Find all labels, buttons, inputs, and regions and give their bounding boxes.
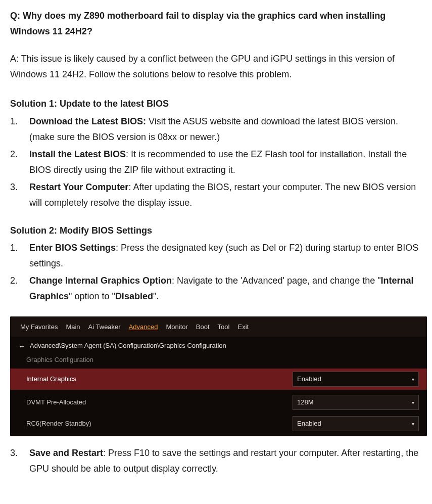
bios-menu-item[interactable]: Ai Tweaker: [88, 322, 121, 333]
bios-row-internal-graphics[interactable]: Internal Graphics Enabled ▾: [10, 369, 427, 390]
chevron-down-icon: ▾: [412, 420, 414, 428]
solution1-heading: Solution 1: Update to the latest BIOS: [10, 96, 422, 112]
bios-row-rc6[interactable]: RC6(Render Standby) Enabled ▾: [10, 413, 427, 434]
bios-menu-item[interactable]: My Favorites: [20, 322, 58, 333]
solution2-heading: Solution 2: Modify BIOS Settings: [10, 223, 422, 239]
list-item: Enter BIOS Settings: Press the designate…: [20, 240, 422, 271]
bios-select-value: 128M: [297, 397, 314, 408]
bios-screenshot: My Favorites Main Ai Tweaker Advanced Mo…: [10, 316, 427, 437]
breadcrumb-text: Advanced\System Agent (SA) Configuration…: [30, 340, 226, 351]
bios-select[interactable]: Enabled ▾: [293, 372, 419, 387]
step-title: Enter BIOS Settings: [29, 243, 116, 253]
step-title: Download the Latest BIOS:: [29, 116, 146, 126]
list-item: Save and Restart: Press F10 to save the …: [20, 445, 422, 476]
solution1-steps: Download the Latest BIOS: Visit the ASUS…: [10, 114, 422, 211]
question-heading: Q: Why does my Z890 motherboard fail to …: [10, 8, 422, 39]
step-body: " option to ": [69, 291, 115, 301]
step-body-bold: Disabled: [115, 291, 153, 301]
bios-row-label: RC6(Render Standby): [18, 418, 91, 429]
bios-row-label: DVMT Pre-Allocated: [18, 397, 86, 408]
chevron-down-icon: ▾: [412, 375, 414, 384]
bios-row-label: Internal Graphics: [18, 374, 76, 385]
bios-select-value: Enabled: [297, 418, 321, 429]
bios-menu-item[interactable]: Main: [66, 322, 80, 333]
bios-select[interactable]: Enabled ▾: [293, 416, 419, 431]
list-item: Change Internal Graphics Option: Navigat…: [20, 273, 422, 304]
chevron-down-icon: ▾: [412, 398, 414, 407]
back-arrow-icon[interactable]: ←: [18, 340, 26, 353]
bios-menu-item[interactable]: Monitor: [166, 322, 188, 333]
bios-section-title: Graphics Configuration: [10, 353, 427, 369]
step-body: : Navigate to the 'Advanced' page, and c…: [172, 276, 381, 286]
bios-select-value: Enabled: [297, 374, 321, 385]
step-title: Change Internal Graphics Option: [29, 276, 172, 286]
list-item: Download the Latest BIOS: Visit the ASUS…: [20, 114, 422, 145]
step-title: Save and Restart: [29, 448, 103, 458]
bios-menu-item[interactable]: Boot: [196, 322, 210, 333]
bios-menu-item[interactable]: Exit: [237, 322, 249, 333]
bios-menu-item-active[interactable]: Advanced: [129, 322, 158, 333]
bios-select[interactable]: 128M ▾: [293, 395, 419, 410]
bios-breadcrumb: ← Advanced\System Agent (SA) Configurati…: [10, 337, 427, 354]
bios-menu-item[interactable]: Tool: [218, 322, 230, 333]
step-title: Restart Your Computer: [29, 182, 128, 192]
bios-row-dvmt[interactable]: DVMT Pre-Allocated 128M ▾: [10, 392, 427, 413]
bios-menu: My Favorites Main Ai Tweaker Advanced Mo…: [10, 316, 427, 337]
solution2-steps-cont: Save and Restart: Press F10 to save the …: [10, 445, 422, 476]
answer-text: A: This issue is likely caused by a conf…: [10, 51, 422, 82]
list-item: Restart Your Computer: After updating th…: [20, 179, 422, 210]
step-body: ".: [153, 291, 159, 301]
list-item: Install the Latest BIOS: It is recommend…: [20, 147, 422, 177]
step-title: Install the Latest BIOS: [29, 149, 126, 159]
solution2-steps: Enter BIOS Settings: Press the designate…: [10, 240, 422, 304]
